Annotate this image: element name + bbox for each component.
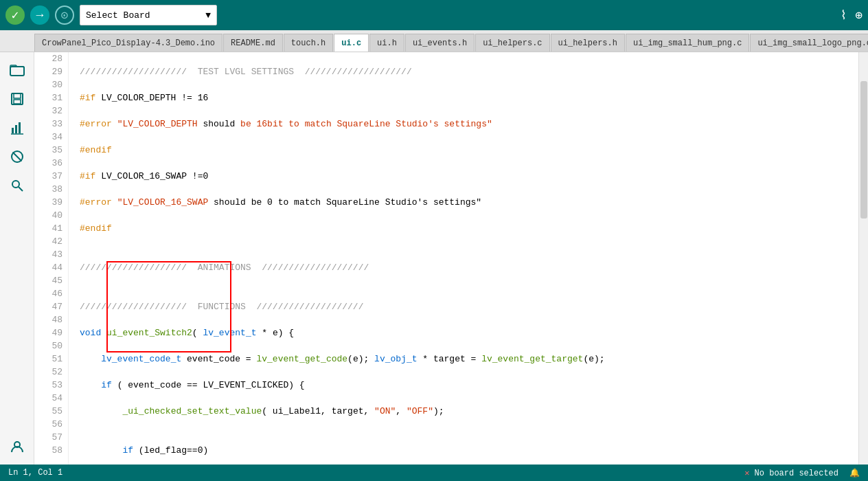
tab-touch[interactable]: touch.h [284, 34, 333, 52]
svg-rect-6 [19, 122, 21, 133]
tab-readme[interactable]: README.md [223, 34, 283, 52]
code-content[interactable]: //////////////////// TEST LVGL SETTINGS … [69, 52, 858, 465]
upload-icon[interactable]: → [30, 5, 49, 25]
tab-uic[interactable]: ui.c [334, 34, 369, 52]
tab-uiimghum[interactable]: ui_img_small_hum_png.c [626, 34, 749, 52]
debug-icon[interactable]: ⊙ [55, 5, 74, 25]
save-icon[interactable] [5, 87, 30, 111]
svg-line-9 [12, 153, 21, 161]
tab-uih[interactable]: ui.h [369, 34, 404, 52]
svg-rect-5 [15, 125, 17, 133]
statusbar: Ln 1, Col 1 ✕ No board selected 🔔 [0, 465, 868, 481]
svg-line-11 [19, 187, 23, 191]
folder-icon[interactable] [5, 58, 30, 82]
toolbar: ✓ → ⊙ Select Board ▼ ⌇ ⊕ [0, 0, 868, 30]
line-numbers: 2829303132333435363738394041424344454647… [34, 52, 69, 465]
block-icon[interactable] [5, 144, 30, 169]
status-no-board: ✕ No board selected [744, 468, 838, 478]
sidebar [0, 52, 34, 465]
board-select[interactable]: Select Board ▼ [80, 5, 217, 25]
tab-uihelpersh[interactable]: ui_helpers.h [551, 34, 625, 52]
activity-icon[interactable]: ⌇ [841, 8, 847, 23]
svg-rect-0 [10, 67, 24, 76]
bell-icon[interactable]: 🔔 [849, 468, 860, 478]
code-editor: 2829303132333435363738394041424344454647… [34, 52, 868, 465]
search-icon[interactable] [5, 173, 30, 198]
svg-point-10 [12, 181, 19, 188]
check-icon[interactable]: ✓ [5, 5, 25, 25]
tab-uiimglogo[interactable]: ui_img_small_logo_png.c [750, 34, 868, 52]
tab-crowpanel[interactable]: CrowPanel_Pico_Display-4.3_Demo.ino [34, 34, 222, 52]
settings-icon[interactable]: ⊕ [855, 8, 863, 23]
tab-uievents[interactable]: ui_events.h [405, 34, 475, 52]
chevron-down-icon: ▼ [205, 10, 211, 21]
user-icon[interactable] [5, 434, 30, 459]
scrollbar-thumb[interactable] [860, 81, 867, 219]
svg-rect-3 [14, 100, 21, 104]
status-position: Ln 1, Col 1 [8, 468, 62, 478]
chart-icon[interactable] [5, 115, 30, 140]
board-select-label: Select Board [86, 10, 150, 21]
svg-rect-2 [14, 93, 21, 98]
main: 2829303132333435363738394041424344454647… [0, 52, 868, 465]
code-area: 2829303132333435363738394041424344454647… [34, 52, 868, 465]
tab-uihelpersc[interactable]: ui_helpers.c [475, 34, 549, 52]
file-tabs: CrowPanel_Pico_Display-4.3_Demo.ino READ… [0, 30, 868, 52]
svg-rect-4 [12, 128, 14, 133]
scrollbar[interactable] [858, 52, 868, 465]
